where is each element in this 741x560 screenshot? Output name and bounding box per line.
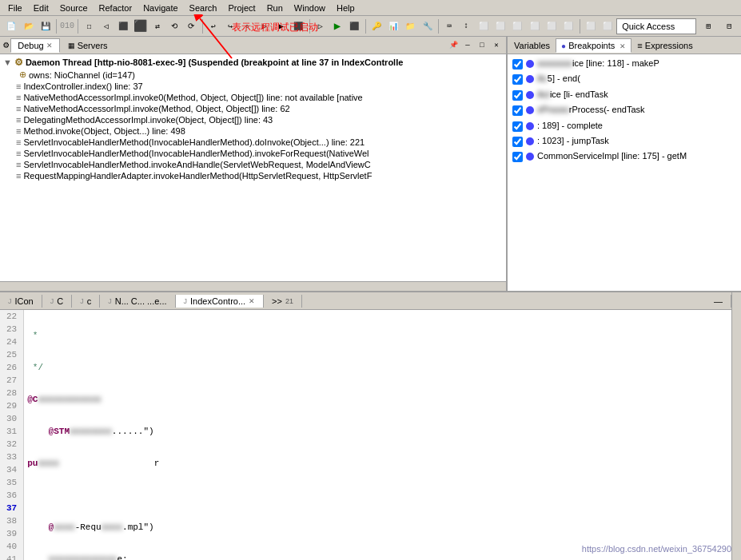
bp-check-2[interactable]	[512, 90, 523, 101]
breakpoints-close-icon[interactable]: ✕	[619, 42, 626, 50]
btn17[interactable]: 📊	[385, 18, 401, 35]
menu-refactor[interactable]: Refactor	[94, 2, 137, 14]
bp-item-5[interactable]: : 1023] - jumpTask	[509, 133, 739, 149]
bp-check-5[interactable]	[512, 137, 523, 147]
perspective-btn[interactable]: ⊞	[699, 18, 717, 35]
bp-item-1[interactable]: Ac5] - end(	[509, 71, 739, 86]
editor-scrollbar[interactable]	[731, 292, 741, 560]
editor-tab-2[interactable]: J c	[72, 295, 100, 308]
editor-tab-0[interactable]: J ICon	[0, 295, 42, 308]
frame-5[interactable]: ≡ ServletInvocableHandlerMethod(Invocabl…	[0, 137, 506, 148]
bp-item-6[interactable]: CommonServiceImpl [line: 175] - getM	[509, 149, 739, 164]
editor-tab-1[interactable]: J C	[42, 295, 72, 308]
tab-breakpoints[interactable]: ● Breakpoints ✕	[556, 38, 631, 53]
code-editor[interactable]: 22 23 24 25 26 27 28 29 30 31 32 33 34 3…	[0, 310, 731, 560]
tab-expressions[interactable]: ≡ Expressions	[632, 39, 697, 52]
bp-check-0[interactable]	[512, 59, 523, 70]
btn11[interactable]: ▶	[273, 18, 289, 35]
debug-btn[interactable]: 010	[59, 18, 75, 35]
menu-edit[interactable]: Edit	[29, 2, 54, 14]
btn2[interactable]: ◁	[98, 18, 114, 35]
editor-tab-close-4[interactable]: ✕	[249, 297, 255, 305]
btn18[interactable]: 📁	[402, 18, 418, 35]
btn9[interactable]: ⬦	[239, 18, 255, 35]
code-line-28: @xxxx-Requxxxx.mpl")	[27, 521, 728, 534]
bottom-panels: J ICon J C J c J N... C... ...e... J I	[0, 292, 741, 560]
debug-scrollbar-h[interactable]	[0, 281, 506, 291]
btn22[interactable]: ⬜	[475, 18, 491, 35]
code-content[interactable]: * */ @Cxxxxxxxxxxxx @STMxxxxxxxx......")…	[24, 310, 731, 560]
code-line-23: */	[27, 361, 728, 374]
btn1[interactable]: ☐	[81, 18, 97, 35]
tab-debug[interactable]: Debug ✕	[10, 38, 59, 53]
new-btn[interactable]: 📄	[3, 18, 19, 35]
bp-check-4[interactable]	[512, 121, 523, 132]
menu-file[interactable]: File	[3, 2, 27, 14]
editor-tab-overflow[interactable]: >> 21	[264, 295, 302, 308]
thread-owns-item[interactable]: ⊕ owns: NioChannel (id=147)	[0, 69, 506, 81]
btn23[interactable]: ⬜	[492, 18, 508, 35]
btn28[interactable]: ⬜	[582, 18, 598, 35]
btn19[interactable]: 🔧	[420, 18, 436, 35]
btn13[interactable]: ▷	[313, 18, 329, 35]
menu-window[interactable]: Window	[289, 2, 330, 14]
frame-7[interactable]: ≡ ServletInvocableHandlerMethod.invokeAn…	[0, 159, 506, 170]
btn15[interactable]: ⬛	[346, 18, 362, 35]
frame-1[interactable]: ≡ NativeMethodAccessorImpl.invoke0(Metho…	[0, 92, 506, 103]
btn21[interactable]: ↕	[458, 18, 474, 35]
quick-access-input[interactable]: Quick Access	[616, 18, 696, 34]
btn24[interactable]: ⬜	[509, 18, 525, 35]
btn16[interactable]: 🔑	[368, 18, 384, 35]
tab-servers[interactable]: ▦ Servers	[62, 39, 114, 52]
btn25[interactable]: ⬜	[527, 18, 543, 35]
btn10[interactable]: ▷	[257, 18, 273, 35]
layout-btn[interactable]: ⊟	[720, 18, 738, 35]
btn8[interactable]: ↪	[222, 18, 238, 35]
bp-item-0[interactable]: xxxxxxxxice [line: 118] - makeP	[509, 56, 739, 71]
menu-run[interactable]: Run	[262, 2, 288, 14]
frame-3[interactable]: ≡ DelegatingMethodAccessorImpl.invoke(Ob…	[0, 114, 506, 125]
toolbar-sep-4	[309, 19, 310, 34]
bp-item-2[interactable]: Actice [li- endTask	[509, 87, 739, 102]
frame-4[interactable]: ≡ Method.invoke(Object, Object...) line:…	[0, 125, 506, 137]
btn26[interactable]: ⬜	[544, 18, 560, 35]
debug-icon-close[interactable]: ✕	[490, 39, 503, 52]
bp-check-6[interactable]	[512, 152, 523, 162]
debug-close-icon[interactable]: ✕	[46, 42, 53, 50]
debug-icon-maximize[interactable]: □	[476, 39, 488, 52]
frame-2[interactable]: ≡ NativeMethodAccessorImpl.invoke(Method…	[0, 103, 506, 114]
btn27[interactable]: ⬜	[560, 18, 576, 35]
frame-8[interactable]: ≡ RequestMappingHandlerAdapter.invokeHan…	[0, 170, 506, 181]
editor-minimize-btn[interactable]: —	[706, 295, 731, 308]
debug-icon-pin[interactable]: 📌	[447, 39, 460, 52]
frame-6[interactable]: ≡ ServletInvocableHandlerMethod(Invocabl…	[0, 148, 506, 159]
btn3[interactable]: ⬛	[115, 18, 131, 35]
btn4[interactable]: ⇄	[149, 18, 165, 35]
open-btn[interactable]: 📂	[20, 18, 36, 35]
editor-tab-4[interactable]: J IndexContro... ✕	[176, 295, 265, 308]
btn12[interactable]: ⬛	[290, 18, 306, 35]
btn6[interactable]: ⟳	[183, 18, 199, 35]
menu-source[interactable]: Source	[55, 2, 93, 14]
btn-highlight[interactable]: ⬛	[132, 18, 148, 35]
bp-check-1[interactable]	[512, 74, 523, 85]
bp-item-4[interactable]: : 189] - complete	[509, 118, 739, 133]
btn20[interactable]: ⌨	[441, 18, 457, 35]
btn29[interactable]: ⬜	[600, 18, 616, 35]
debug-thread-tree[interactable]: ▼ ⚙ Daemon Thread [http-nio-8081-exec-9]…	[0, 54, 506, 281]
btn5[interactable]: ⟲	[166, 18, 182, 35]
btn14[interactable]: ▶	[329, 18, 345, 35]
editor-tab-3[interactable]: J N... C... ...e...	[100, 295, 175, 308]
bp-item-3[interactable]: xProcesrProcess(- endTask	[509, 102, 739, 117]
btn7[interactable]: ↩	[205, 18, 221, 35]
menu-help[interactable]: Help	[332, 2, 360, 14]
save-btn[interactable]: 💾	[38, 18, 54, 35]
menu-search[interactable]: Search	[185, 2, 222, 14]
bp-check-3[interactable]	[512, 105, 523, 116]
menu-navigate[interactable]: Navigate	[138, 2, 182, 14]
menu-project[interactable]: Project	[223, 2, 260, 14]
thread-daemon-item[interactable]: ▼ ⚙ Daemon Thread [http-nio-8081-exec-9]…	[0, 56, 506, 69]
tab-variables[interactable]: Variables	[509, 39, 555, 52]
frame-indexcontroller[interactable]: ≡ IndexController.index() line: 37	[0, 81, 506, 92]
debug-icon-minimize[interactable]: —	[461, 39, 474, 52]
